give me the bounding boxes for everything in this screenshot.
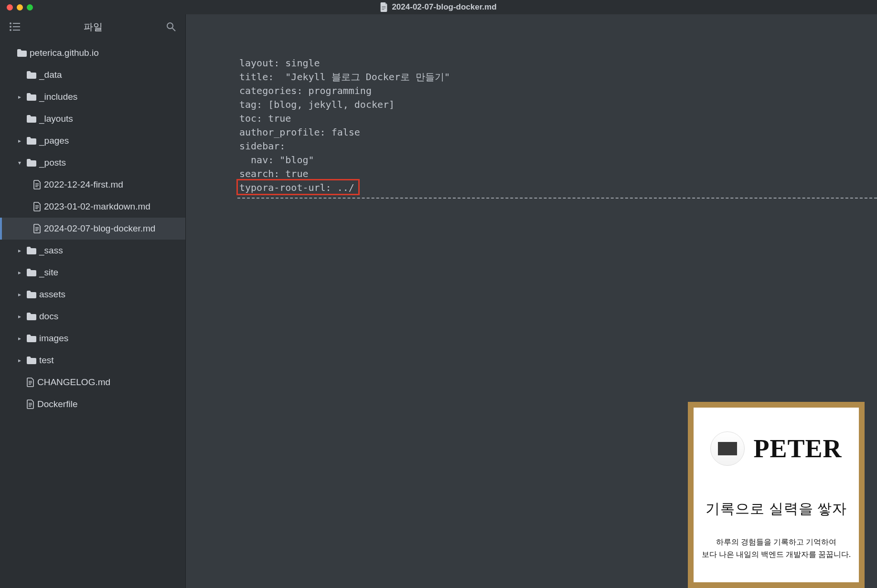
tree-folder-_sass[interactable]: ▸_sass (0, 240, 185, 262)
tree-item-label: _pages (39, 136, 69, 146)
tree-item-label: 2022-12-24-first.md (44, 179, 123, 190)
fm-line: title: "Jekyll 블로그 Docker로 만들기" (239, 71, 450, 83)
svg-rect-6 (13, 26, 20, 27)
fm-line: categories: programming (239, 85, 372, 96)
expand-icon: ▸ (18, 291, 24, 298)
tree-item-label: _posts (39, 158, 66, 168)
svg-rect-0 (382, 6, 385, 7)
svg-point-5 (10, 26, 11, 28)
card-top: PETER (710, 431, 842, 466)
tree-root[interactable]: peterica.github.io (0, 42, 185, 64)
fm-line: toc: true (239, 113, 291, 124)
profile-card: PETER 기록으로 실력을 쌓자 하루의 경험들을 기록하고 기억하여 보다 … (688, 402, 865, 588)
fm-line: sidebar: (239, 140, 285, 152)
card-sub-line: 보다 나은 내일의 백엔드 개발자를 꿈꿉니다. (702, 548, 851, 561)
file-tree: peterica.github.io_data▸_includes_layout… (0, 39, 185, 588)
card-sub-line: 하루의 경험들을 기록하고 기억하여 (702, 536, 851, 548)
fm-line: search: true (239, 168, 309, 179)
svg-rect-1 (382, 8, 385, 8)
tree-item-label: assets (39, 289, 65, 300)
folder-icon (27, 335, 36, 342)
folder-icon (27, 357, 36, 364)
avatar (710, 431, 745, 466)
svg-point-9 (167, 23, 173, 29)
expand-icon: ▸ (18, 335, 24, 342)
title-filename: 2024-02-07-blog-docker.md (392, 2, 496, 12)
card-tagline: 기록으로 실력을 쌓자 (706, 499, 847, 519)
tree-folder-assets[interactable]: ▸assets (0, 284, 185, 305)
expand-icon: ▸ (18, 137, 24, 144)
search-icon[interactable] (166, 22, 176, 32)
tree-file-CHANGELOG.md[interactable]: CHANGELOG.md (0, 371, 185, 393)
maximize-window-button[interactable] (27, 4, 33, 10)
tree-item-label: _layouts (39, 114, 73, 124)
editor[interactable]: layout: single title: "Jekyll 블로그 Docker… (186, 14, 877, 588)
tree-item-label: peterica.github.io (30, 48, 99, 58)
fm-line: layout: single (239, 57, 320, 69)
window-controls (7, 4, 33, 10)
tree-item-label: _site (39, 267, 58, 278)
fm-line: tag: [blog, jekyll, docker] (239, 99, 395, 110)
folder-icon (27, 71, 36, 79)
folder-icon (27, 269, 36, 276)
minimize-window-button[interactable] (17, 4, 23, 10)
tree-file-Dockerfile[interactable]: Dockerfile (0, 393, 185, 415)
folder-icon (27, 93, 36, 101)
outline-icon[interactable] (10, 22, 20, 31)
expand-icon: ▸ (18, 269, 24, 276)
fm-line: nav: "blog" (239, 154, 314, 166)
tree-folder-_posts[interactable]: ▾_posts (0, 152, 185, 174)
expand-icon: ▸ (18, 94, 24, 100)
card-sub: 하루의 경험들을 기록하고 기억하여 보다 나은 내일의 백엔드 개발자를 꿈꿉… (702, 536, 851, 560)
tree-item-label: CHANGELOG.md (37, 377, 110, 388)
fm-line: author_profile: false (239, 126, 360, 138)
file-icon (33, 180, 41, 189)
sidebar-top: 파일 (0, 14, 185, 39)
expand-icon: ▾ (18, 159, 24, 166)
svg-point-7 (10, 29, 11, 31)
expand-icon: ▸ (18, 247, 24, 254)
folder-icon (27, 313, 36, 320)
tree-item-label: _sass (39, 245, 63, 256)
tree-item-label: docs (39, 311, 58, 322)
card-name: PETER (753, 434, 842, 463)
tree-folder-test[interactable]: ▸test (0, 349, 185, 371)
tree-file-2023-01-02-markdown.md[interactable]: 2023-01-02-markdown.md (0, 196, 185, 218)
file-icon (27, 378, 34, 387)
tree-folder-_data[interactable]: _data (0, 64, 185, 86)
tree-folder-_includes[interactable]: ▸_includes (0, 86, 185, 108)
tree-file-2024-02-07-blog-docker.md[interactable]: 2024-02-07-blog-docker.md (0, 218, 185, 240)
sidebar: 파일 peterica.github.io_data▸_includes_lay… (0, 14, 186, 588)
tree-folder-_layouts[interactable]: _layouts (0, 108, 185, 130)
folder-icon (17, 49, 27, 57)
profile-card-inner: PETER 기록으로 실력을 쌓자 하루의 경험들을 기록하고 기억하여 보다 … (694, 408, 859, 582)
frontmatter-divider (237, 198, 877, 199)
close-window-button[interactable] (7, 4, 13, 10)
expand-icon: ▸ (18, 357, 24, 364)
titlebar: 2024-02-07-blog-docker.md (0, 0, 877, 14)
tree-item-label: Dockerfile (37, 399, 77, 410)
expand-icon: ▸ (18, 313, 24, 320)
tree-item-label: _data (39, 70, 62, 80)
sidebar-tab-label[interactable]: 파일 (20, 21, 166, 33)
tree-folder-images[interactable]: ▸images (0, 327, 185, 349)
tree-item-label: 2023-01-02-markdown.md (44, 201, 150, 212)
main: 파일 peterica.github.io_data▸_includes_lay… (0, 14, 877, 588)
tree-item-label: _includes (39, 92, 77, 102)
file-icon (27, 399, 34, 409)
svg-line-10 (172, 28, 175, 31)
app-window: 2024-02-07-blog-docker.md 파일 peterica.gi… (0, 0, 877, 588)
svg-rect-4 (13, 23, 20, 24)
folder-icon (27, 115, 36, 123)
tree-folder-_site[interactable]: ▸_site (0, 262, 185, 284)
tree-folder-_pages[interactable]: ▸_pages (0, 130, 185, 152)
frontmatter-block[interactable]: layout: single title: "Jekyll 블로그 Docker… (239, 56, 867, 195)
folder-icon (27, 291, 36, 298)
tree-file-2022-12-24-first.md[interactable]: 2022-12-24-first.md (0, 174, 185, 196)
file-icon (380, 2, 388, 12)
folder-icon (27, 247, 36, 254)
tree-item-label: 2024-02-07-blog-docker.md (44, 223, 155, 234)
tree-folder-docs[interactable]: ▸docs (0, 305, 185, 327)
fm-line: typora-root-url: ../ (239, 182, 354, 193)
svg-rect-8 (13, 30, 20, 31)
